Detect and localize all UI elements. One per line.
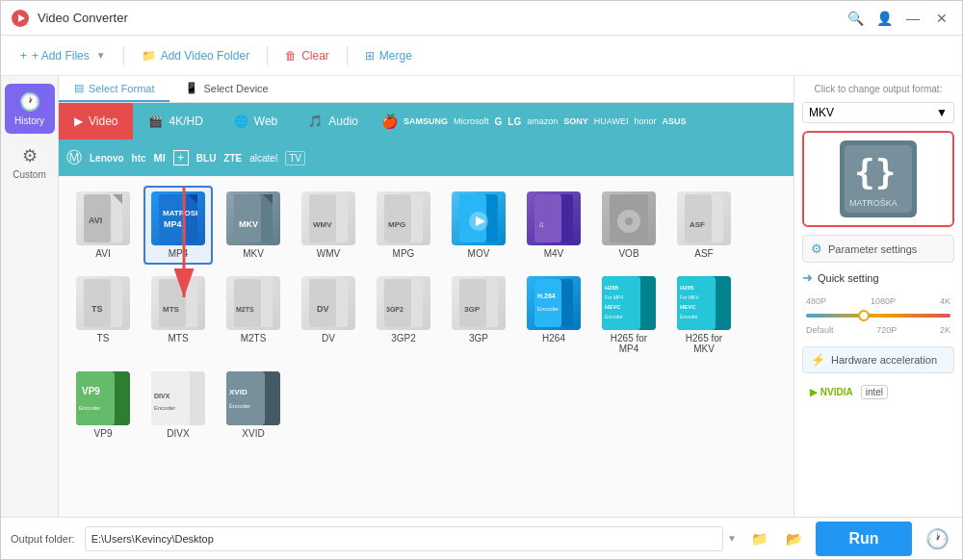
merge-button[interactable]: ⊞ Merge [355, 44, 422, 67]
format-xvid[interactable]: XVIDEncoder XVID [219, 366, 288, 445]
brand-huawei[interactable]: HUAWEI [594, 116, 629, 126]
browse-folder-button[interactable]: 📁 [746, 526, 771, 551]
svg-text:HEVC: HEVC [680, 304, 696, 310]
format-dv[interactable]: DV DV [294, 270, 363, 360]
tab-select-device[interactable]: 📱 Select Device [169, 76, 283, 102]
brand-blu[interactable]: BLU [196, 153, 217, 164]
clear-icon: 🗑 [285, 49, 297, 63]
clear-button[interactable]: 🗑 Clear [275, 44, 339, 67]
output-format-selector[interactable]: MKV ▼ [802, 102, 954, 123]
param-settings-label: Parameter settings [828, 243, 917, 255]
format-mpg[interactable]: MPG MPG [369, 186, 438, 265]
format-3gp[interactable]: 3GP 3GP [444, 270, 513, 360]
quality-slider[interactable]: 480P 1080P 4K Default 720P 2K [802, 293, 954, 339]
brand-google[interactable]: G [495, 116, 503, 127]
tab-select-format[interactable]: ▤ Select Format [59, 76, 169, 102]
output-path-input[interactable] [85, 526, 723, 551]
svg-text:H265: H265 [680, 285, 694, 291]
cat-web[interactable]: 🌐 Web [219, 103, 293, 140]
quality-label-4k: 4K [940, 296, 950, 306]
format-m2ts[interactable]: M2TS M2TS [219, 270, 288, 360]
schedule-button[interactable]: 🕐 [922, 523, 952, 554]
sidebar-item-custom[interactable]: ⚙ Custom [5, 138, 55, 188]
quality-track [806, 314, 950, 318]
brand-asus[interactable]: ASUS [662, 116, 686, 126]
format-divx[interactable]: DIVXEncoder DIVX [143, 366, 213, 445]
format-ts[interactable]: TS TS [68, 270, 138, 360]
audio-icon: 🎵 [308, 115, 323, 128]
add-folder-label: Add Video Folder [161, 49, 250, 63]
format-vob[interactable]: VOB [594, 186, 664, 265]
cat-audio[interactable]: 🎵 Audio [293, 103, 374, 140]
svg-text:Encoder: Encoder [605, 314, 623, 319]
sidebar-item-history[interactable]: 🕐 History [5, 84, 55, 134]
clear-label: Clear [301, 49, 329, 63]
svg-text:WMV: WMV [313, 220, 332, 229]
brand-apple[interactable]: 🍎 [381, 114, 398, 129]
toolbar: + + Add Files ▼ 📁 Add Video Folder 🗑 Cle… [1, 36, 962, 76]
brand-lenovo[interactable]: Lenovo [90, 153, 124, 164]
add-files-button[interactable]: + + Add Files ▼ [11, 44, 116, 67]
format-avi[interactable]: AVI AVI [68, 186, 138, 265]
format-mp4[interactable]: MATROSKAMP4 MP4 [143, 186, 213, 265]
folder-icon: 📁 [142, 49, 156, 63]
brand-microsoft[interactable]: Microsoft [454, 116, 489, 126]
format-mts[interactable]: MTS MTS [143, 270, 213, 360]
quality-label-480p: 480P [806, 296, 826, 306]
brand-xiaomi[interactable]: MI [154, 152, 166, 164]
brand-plus[interactable]: + [173, 150, 189, 165]
format-wmv[interactable]: WMV WMV [294, 186, 363, 265]
add-files-label: + Add Files [32, 49, 90, 63]
svg-text:{}: {} [854, 152, 896, 191]
sidebar-history-label: History [14, 115, 44, 126]
brand-zte[interactable]: ZTE [223, 153, 242, 164]
brand-amazon[interactable]: amazon [527, 116, 558, 126]
brand-tv[interactable]: TV [285, 151, 305, 165]
run-button[interactable]: Run [816, 522, 912, 556]
brand-sony[interactable]: SONY [563, 116, 588, 126]
cat-4khd[interactable]: 🎬 4K/HD [133, 103, 218, 140]
brand-htc[interactable]: htc [132, 153, 146, 164]
format-grid-inner: AVI AVI MATROSKAMP4 MP4 MKV [68, 186, 784, 445]
param-settings-button[interactable]: ⚙ Parameter settings [802, 235, 954, 263]
format-mkv[interactable]: MKV MKV [219, 186, 288, 265]
format-3gp2[interactable]: 3GP2 3GP2 [369, 270, 438, 360]
svg-rect-12 [234, 194, 261, 242]
brand-motorola[interactable]: Ⓜ [66, 148, 82, 168]
svg-text:M2TS: M2TS [236, 306, 254, 313]
output-format-box[interactable]: {} MATROŠKA [802, 131, 954, 227]
custom-icon: ⚙ [22, 145, 38, 166]
format-h265-mkv[interactable]: H265For MKVHEVCEncoder H265 for MKV [669, 270, 739, 360]
quick-setting-text: Quick setting [818, 272, 879, 284]
svg-text:AVI: AVI [89, 216, 102, 225]
video-play-icon: ▶ [74, 115, 83, 128]
minimize-btn[interactable]: — [902, 8, 924, 29]
format-asf[interactable]: ASF ASF [669, 186, 739, 265]
format-m4v[interactable]: ♫ M4V [519, 186, 588, 265]
svg-rect-77 [226, 371, 265, 425]
brand-honor[interactable]: honor [634, 116, 656, 126]
merge-label: Merge [379, 49, 412, 63]
brand-samsung[interactable]: SAMSUNG [403, 116, 448, 126]
user-btn[interactable]: 👤 [873, 8, 895, 29]
format-vp9[interactable]: VP9Encoder VP9 [68, 366, 138, 445]
brand-lg[interactable]: LG [508, 116, 521, 127]
intel-option[interactable]: intel [861, 385, 888, 399]
search-btn[interactable]: 🔍 [845, 8, 866, 29]
app-window: Video Converter 🔍 👤 — ✕ + + Add Files ▼ … [0, 0, 963, 560]
format-h264[interactable]: H.264Encoder H264 [519, 270, 588, 360]
add-folder-button[interactable]: 📁 Add Video Folder [132, 44, 260, 67]
bottom-bar: Output folder: ▼ 📁 📂 Run 🕐 [1, 517, 962, 559]
svg-text:DIVX: DIVX [154, 393, 170, 399]
format-h265-mp4[interactable]: H265For MP4HEVCEncoder H265 for MP4 [594, 270, 664, 360]
nvidia-option[interactable]: ▶ NVIDIA [810, 387, 853, 397]
svg-text:3GP2: 3GP2 [386, 306, 403, 313]
brand-alcatel[interactable]: alcatel [249, 153, 277, 164]
close-btn[interactable]: ✕ [931, 8, 952, 29]
dropdown-path-icon[interactable]: ▼ [727, 533, 737, 544]
hw-accel-button[interactable]: ⚡ Hardware acceleration [802, 346, 954, 373]
cat-video[interactable]: ▶ Video [59, 103, 133, 140]
open-folder-button[interactable]: 📂 [781, 526, 806, 551]
format-mov[interactable]: MOV [444, 186, 513, 265]
quality-label-720p: 720P [876, 325, 897, 335]
